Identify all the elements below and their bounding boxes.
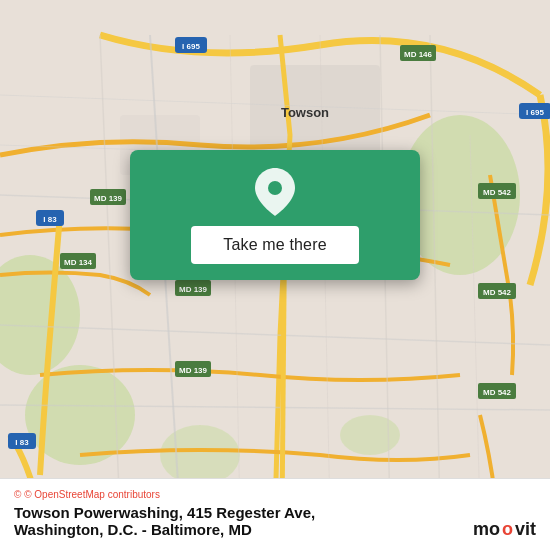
- svg-text:I 695: I 695: [182, 42, 200, 51]
- svg-text:I 695: I 695: [526, 108, 544, 117]
- osm-copyright: ©: [14, 489, 21, 500]
- moovit-logo: moovit: [473, 519, 536, 540]
- moovit-dot-i: o: [502, 519, 513, 540]
- svg-text:MD 139: MD 139: [94, 194, 123, 203]
- svg-text:MD 542: MD 542: [483, 188, 512, 197]
- svg-text:I 83: I 83: [43, 215, 57, 224]
- svg-point-4: [160, 425, 240, 485]
- svg-text:MD 139: MD 139: [179, 285, 208, 294]
- svg-point-35: [268, 181, 282, 195]
- svg-text:Towson: Towson: [281, 105, 329, 120]
- svg-text:MD 134: MD 134: [64, 258, 93, 267]
- location-name: Towson Powerwashing, 415 Regester Ave,: [14, 504, 315, 521]
- attribution-text: © © OpenStreetMap contributors: [14, 489, 536, 500]
- location-city: Washington, D.C. - Baltimore, MD: [14, 521, 315, 538]
- osm-label: © OpenStreetMap contributors: [24, 489, 160, 500]
- moovit-text-vit: vit: [515, 519, 536, 540]
- location-pin-icon: [251, 168, 299, 216]
- svg-text:MD 542: MD 542: [483, 288, 512, 297]
- svg-point-5: [340, 415, 400, 455]
- svg-text:MD 542: MD 542: [483, 388, 512, 397]
- moovit-text-m: mo: [473, 519, 500, 540]
- take-me-there-button[interactable]: Take me there: [191, 226, 358, 264]
- bottom-bar: © © OpenStreetMap contributors Towson Po…: [0, 478, 550, 550]
- svg-text:I 83: I 83: [15, 438, 29, 447]
- map-container: I 695 I 695 MD 146 MD 139 MD 139 MD 139 …: [0, 0, 550, 550]
- svg-text:MD 146: MD 146: [404, 50, 433, 59]
- svg-text:MD 139: MD 139: [179, 366, 208, 375]
- navigation-card: Take me there: [130, 150, 420, 280]
